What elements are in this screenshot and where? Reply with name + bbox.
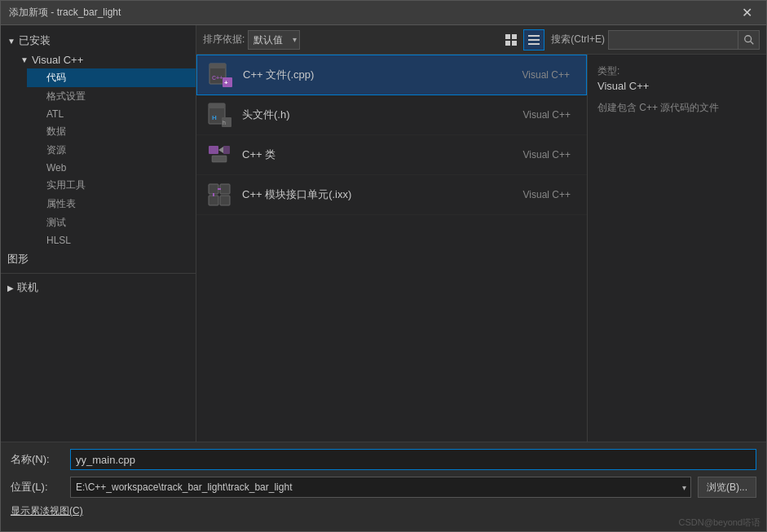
browse-button[interactable]: 浏览(B)...	[698, 477, 756, 498]
sidebar-item-hlsl[interactable]: HLSL	[27, 232, 196, 248]
sidebar-item-code[interactable]: 代码	[27, 68, 196, 87]
file-item-cpp[interactable]: C++ + C++ 文件(.cpp) Visual C++	[196, 55, 587, 95]
search-area: 搜索(Ctrl+E)	[551, 30, 760, 50]
file-icon-class	[206, 142, 232, 168]
svg-rect-6	[528, 43, 540, 45]
sidebar-item-property[interactable]: 属性表	[27, 195, 196, 213]
sort-dropdown[interactable]: 默认值 名称 类型	[248, 30, 300, 50]
svg-rect-27	[218, 188, 221, 190]
sort-label: 排序依据:	[203, 33, 245, 46]
grid-view-button[interactable]	[500, 29, 522, 51]
show-preview-button[interactable]: 显示累淡视图(C)	[11, 504, 83, 518]
file-item-module[interactable]: C++ 模块接口单元(.ixx) Visual C++	[196, 175, 587, 215]
installed-section[interactable]: ▼ 已安装	[1, 30, 196, 51]
list-icon	[527, 33, 540, 46]
svg-rect-5	[528, 39, 540, 41]
sidebar-item-resource[interactable]: 资源	[27, 141, 196, 160]
location-input[interactable]	[70, 477, 691, 498]
svg-rect-24	[220, 184, 230, 194]
sidebar: ▼ 已安装 ▼ Visual C++ 代码 格式设置 ATL 数据 资源 Web…	[1, 25, 196, 442]
file-list: C++ + C++ 文件(.cpp) Visual C++	[196, 55, 587, 442]
installed-arrow: ▼	[7, 37, 15, 46]
list-view-button[interactable]	[523, 29, 544, 51]
right-panel: 排序依据: 默认值 名称 类型	[196, 25, 766, 442]
svg-rect-19	[209, 146, 218, 154]
file-name-module: C++ 模块接口单元(.ixx)	[242, 187, 523, 202]
location-label: 位置(L):	[11, 480, 64, 495]
file-type-h: Visual C++	[523, 109, 571, 121]
content-area: C++ + C++ 文件(.cpp) Visual C++	[196, 55, 766, 442]
svg-line-8	[750, 41, 753, 44]
title-bar: 添加新项 - track_bar_light ✕	[1, 1, 766, 25]
svg-rect-22	[212, 156, 227, 162]
network-section[interactable]: ▶ 联机	[1, 277, 196, 298]
visual-cpp-items: 代码 格式设置 ATL 数据 资源 Web 实用工具 属性表 测试 HLSL	[14, 68, 196, 248]
svg-rect-3	[512, 41, 517, 46]
sidebar-item-data[interactable]: 数据	[27, 122, 196, 141]
file-name-class: C++ 类	[242, 147, 523, 162]
file-item-class[interactable]: C++ 类 Visual C++	[196, 135, 587, 175]
cpp-icon: C++ +	[208, 63, 232, 87]
watermark: CSDN@beyond嗒语	[679, 517, 760, 529]
svg-text:+: +	[224, 79, 228, 86]
sidebar-item-format[interactable]: 格式设置	[27, 87, 196, 106]
file-name-h: 头文件(.h)	[242, 108, 523, 122]
class-icon	[207, 143, 231, 167]
divider	[1, 273, 196, 274]
visual-cpp-header[interactable]: ▼ Visual C++	[14, 51, 196, 68]
svg-rect-10	[209, 64, 226, 68]
svg-rect-28	[213, 193, 214, 196]
search-button[interactable]	[738, 30, 760, 50]
visual-cpp-arrow: ▼	[20, 55, 29, 64]
search-input[interactable]	[608, 30, 738, 50]
name-label: 名称(N):	[11, 452, 64, 467]
installed-label: 已安装	[19, 33, 51, 48]
file-icon-module	[206, 182, 232, 208]
svg-rect-23	[209, 184, 218, 194]
svg-rect-26	[220, 196, 230, 205]
search-icon	[743, 34, 755, 46]
location-dropdown	[70, 477, 691, 498]
name-input[interactable]	[70, 449, 756, 470]
info-description: 创建包含 C++ 源代码的文件	[597, 100, 756, 115]
grid-icon	[505, 33, 518, 46]
svg-rect-2	[505, 41, 510, 46]
main-content: ▼ 已安装 ▼ Visual C++ 代码 格式设置 ATL 数据 资源 Web…	[1, 25, 766, 442]
sidebar-item-web[interactable]: Web	[27, 160, 196, 176]
svg-rect-0	[505, 34, 510, 39]
network-arrow: ▶	[7, 284, 14, 292]
file-type-module: Visual C++	[523, 189, 571, 200]
sidebar-item-test[interactable]: 测试	[27, 213, 196, 232]
location-row: 位置(L): 浏览(B)...	[11, 477, 756, 498]
file-type-class: Visual C++	[523, 149, 571, 160]
info-type-label: 类型:	[597, 64, 756, 78]
svg-rect-1	[512, 34, 517, 39]
svg-text:H: H	[212, 114, 217, 121]
bottom-actions: 显示累淡视图(C)	[11, 504, 756, 518]
search-label: 搜索(Ctrl+E)	[551, 33, 605, 46]
graphics-label: 图形	[7, 252, 29, 266]
file-type-cpp: Visual C++	[522, 69, 570, 81]
svg-point-7	[744, 35, 751, 42]
sidebar-item-utility[interactable]: 实用工具	[27, 176, 196, 195]
name-row: 名称(N):	[11, 449, 756, 470]
info-type-value: Visual C++	[597, 80, 756, 92]
module-icon	[207, 182, 231, 207]
file-icon-cpp: C++ +	[207, 62, 233, 88]
network-label: 联机	[17, 280, 38, 295]
title-bar-text: 添加新项 - track_bar_light	[9, 6, 735, 20]
visual-cpp-label: Visual C++	[32, 54, 83, 66]
info-panel: 类型: Visual C++ 创建包含 C++ 源代码的文件	[587, 55, 766, 442]
visual-cpp-group: ▼ Visual C++ 代码 格式设置 ATL 数据 资源 Web 实用工具 …	[1, 51, 196, 248]
svg-marker-20	[218, 147, 223, 153]
file-item-h[interactable]: H h 头文件(.h) Visual C++	[196, 95, 587, 135]
toolbar: 排序依据: 默认值 名称 类型	[196, 25, 766, 55]
h-icon: H h	[207, 103, 231, 127]
file-icon-h: H h	[206, 102, 232, 128]
svg-rect-15	[209, 103, 225, 108]
bottom-bar: 名称(N): 位置(L): 浏览(B)... 显示累淡视图(C)	[1, 442, 766, 531]
close-button[interactable]: ✕	[735, 4, 758, 22]
graphics-section[interactable]: 图形	[1, 248, 196, 270]
sidebar-item-atl[interactable]: ATL	[27, 106, 196, 122]
svg-text:h: h	[223, 120, 226, 125]
